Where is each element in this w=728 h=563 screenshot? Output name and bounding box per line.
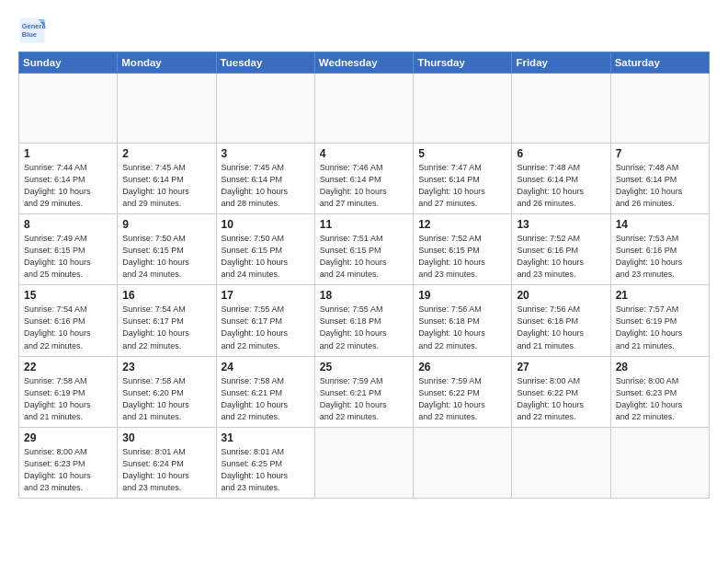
weekday-thursday: Thursday (414, 52, 512, 74)
calendar-cell: 7Sunrise: 7:48 AM Sunset: 6:14 PM Daylig… (610, 144, 709, 214)
calendar-cell: 3Sunrise: 7:45 AM Sunset: 6:14 PM Daylig… (216, 144, 314, 214)
day-number: 26 (418, 361, 506, 373)
day-number: 20 (517, 289, 605, 302)
day-info: Sunrise: 8:00 AM Sunset: 6:23 PM Dayligh… (24, 446, 112, 494)
calendar-cell: 22Sunrise: 7:58 AM Sunset: 6:19 PM Dayli… (19, 356, 118, 427)
calendar-week-4: 22Sunrise: 7:58 AM Sunset: 6:19 PM Dayli… (19, 356, 710, 427)
calendar-cell: 4Sunrise: 7:46 AM Sunset: 6:14 PM Daylig… (314, 144, 413, 214)
calendar-cell: 1Sunrise: 7:44 AM Sunset: 6:14 PM Daylig… (19, 144, 118, 214)
day-info: Sunrise: 7:45 AM Sunset: 6:14 PM Dayligh… (122, 162, 210, 210)
header: General Blue (18, 17, 710, 44)
day-number: 3 (222, 147, 310, 160)
calendar-cell: 24Sunrise: 7:58 AM Sunset: 6:21 PM Dayli… (216, 356, 314, 427)
day-info: Sunrise: 7:51 AM Sunset: 6:15 PM Dayligh… (320, 233, 408, 281)
calendar-week-1: 1Sunrise: 7:44 AM Sunset: 6:14 PM Daylig… (19, 144, 710, 214)
calendar-week-2: 8Sunrise: 7:49 AM Sunset: 6:15 PM Daylig… (19, 214, 710, 285)
calendar-cell: 19Sunrise: 7:56 AM Sunset: 6:18 PM Dayli… (414, 285, 512, 356)
calendar-week-5: 29Sunrise: 8:00 AM Sunset: 6:23 PM Dayli… (19, 427, 710, 498)
day-info: Sunrise: 7:47 AM Sunset: 6:14 PM Dayligh… (418, 162, 506, 210)
day-number: 22 (24, 361, 112, 373)
calendar-cell: 15Sunrise: 7:54 AM Sunset: 6:16 PM Dayli… (19, 285, 118, 356)
calendar-week-0 (19, 74, 710, 144)
day-info: Sunrise: 7:56 AM Sunset: 6:18 PM Dayligh… (418, 304, 506, 351)
day-number: 30 (122, 431, 210, 444)
calendar-cell (512, 427, 610, 498)
day-info: Sunrise: 7:50 AM Sunset: 6:15 PM Dayligh… (222, 233, 310, 281)
calendar-cell: 23Sunrise: 7:58 AM Sunset: 6:20 PM Dayli… (118, 356, 216, 427)
calendar-cell: 29Sunrise: 8:00 AM Sunset: 6:23 PM Dayli… (19, 427, 118, 498)
day-info: Sunrise: 8:00 AM Sunset: 6:23 PM Dayligh… (616, 375, 704, 423)
calendar-cell (216, 74, 314, 144)
day-info: Sunrise: 7:45 AM Sunset: 6:14 PM Dayligh… (222, 162, 310, 210)
calendar-cell (314, 74, 413, 144)
calendar-cell: 5Sunrise: 7:47 AM Sunset: 6:14 PM Daylig… (414, 144, 512, 214)
day-info: Sunrise: 7:54 AM Sunset: 6:17 PM Dayligh… (122, 304, 210, 351)
day-info: Sunrise: 7:57 AM Sunset: 6:19 PM Dayligh… (616, 304, 704, 351)
day-number: 13 (517, 218, 605, 231)
day-info: Sunrise: 7:49 AM Sunset: 6:15 PM Dayligh… (24, 233, 112, 281)
day-info: Sunrise: 7:59 AM Sunset: 6:21 PM Dayligh… (320, 375, 408, 423)
logo: General Blue (18, 17, 50, 44)
weekday-sunday: Sunday (19, 52, 118, 74)
calendar-week-3: 15Sunrise: 7:54 AM Sunset: 6:16 PM Dayli… (19, 285, 710, 356)
day-info: Sunrise: 8:01 AM Sunset: 6:25 PM Dayligh… (222, 446, 310, 494)
day-info: Sunrise: 7:56 AM Sunset: 6:18 PM Dayligh… (517, 304, 605, 351)
calendar-cell: 10Sunrise: 7:50 AM Sunset: 6:15 PM Dayli… (216, 214, 314, 285)
calendar-cell: 26Sunrise: 7:59 AM Sunset: 6:22 PM Dayli… (414, 356, 512, 427)
day-number: 29 (24, 431, 112, 444)
day-info: Sunrise: 7:58 AM Sunset: 6:21 PM Dayligh… (222, 375, 310, 423)
day-info: Sunrise: 7:44 AM Sunset: 6:14 PM Dayligh… (24, 162, 112, 210)
day-number: 10 (222, 218, 310, 231)
day-info: Sunrise: 7:52 AM Sunset: 6:15 PM Dayligh… (418, 233, 506, 281)
day-number: 14 (616, 218, 704, 231)
day-info: Sunrise: 8:01 AM Sunset: 6:24 PM Dayligh… (122, 446, 210, 494)
calendar-cell: 11Sunrise: 7:51 AM Sunset: 6:15 PM Dayli… (314, 214, 413, 285)
day-number: 4 (320, 147, 408, 160)
day-number: 1 (24, 147, 112, 160)
day-number: 27 (517, 361, 605, 373)
day-number: 16 (122, 289, 210, 302)
calendar-cell: 9Sunrise: 7:50 AM Sunset: 6:15 PM Daylig… (118, 214, 216, 285)
weekday-saturday: Saturday (610, 52, 709, 74)
day-info: Sunrise: 7:54 AM Sunset: 6:16 PM Dayligh… (24, 304, 112, 351)
weekday-friday: Friday (512, 52, 610, 74)
logo-icon: General Blue (18, 17, 46, 44)
calendar-cell: 2Sunrise: 7:45 AM Sunset: 6:14 PM Daylig… (118, 144, 216, 214)
calendar-cell: 16Sunrise: 7:54 AM Sunset: 6:17 PM Dayli… (118, 285, 216, 356)
day-info: Sunrise: 7:50 AM Sunset: 6:15 PM Dayligh… (122, 233, 210, 281)
calendar-cell: 17Sunrise: 7:55 AM Sunset: 6:17 PM Dayli… (216, 285, 314, 356)
calendar-cell: 20Sunrise: 7:56 AM Sunset: 6:18 PM Dayli… (512, 285, 610, 356)
day-number: 2 (122, 147, 210, 160)
day-number: 8 (24, 218, 112, 231)
day-number: 31 (222, 431, 310, 444)
day-number: 21 (616, 289, 704, 302)
day-info: Sunrise: 7:52 AM Sunset: 6:16 PM Dayligh… (517, 233, 605, 281)
day-number: 28 (616, 361, 704, 373)
day-info: Sunrise: 8:00 AM Sunset: 6:22 PM Dayligh… (517, 375, 605, 423)
calendar-cell: 18Sunrise: 7:55 AM Sunset: 6:18 PM Dayli… (314, 285, 413, 356)
day-number: 7 (616, 147, 704, 160)
calendar-cell (414, 427, 512, 498)
day-info: Sunrise: 7:59 AM Sunset: 6:22 PM Dayligh… (418, 375, 506, 423)
calendar-cell: 30Sunrise: 8:01 AM Sunset: 6:24 PM Dayli… (118, 427, 216, 498)
calendar-cell: 21Sunrise: 7:57 AM Sunset: 6:19 PM Dayli… (610, 285, 709, 356)
calendar-cell (414, 74, 512, 144)
calendar-cell: 28Sunrise: 8:00 AM Sunset: 6:23 PM Dayli… (610, 356, 709, 427)
day-info: Sunrise: 7:58 AM Sunset: 6:20 PM Dayligh… (122, 375, 210, 423)
day-info: Sunrise: 7:53 AM Sunset: 6:16 PM Dayligh… (616, 233, 704, 281)
calendar-cell: 31Sunrise: 8:01 AM Sunset: 6:25 PM Dayli… (216, 427, 314, 498)
day-number: 6 (517, 147, 605, 160)
day-number: 24 (222, 361, 310, 373)
calendar-table: SundayMondayTuesdayWednesdayThursdayFrid… (18, 52, 710, 499)
day-number: 25 (320, 361, 408, 373)
calendar-cell (512, 74, 610, 144)
day-info: Sunrise: 7:55 AM Sunset: 6:18 PM Dayligh… (320, 304, 408, 351)
calendar-cell (314, 427, 413, 498)
calendar-cell: 25Sunrise: 7:59 AM Sunset: 6:21 PM Dayli… (314, 356, 413, 427)
svg-text:Blue: Blue (22, 30, 37, 39)
weekday-tuesday: Tuesday (216, 52, 314, 74)
calendar-cell: 8Sunrise: 7:49 AM Sunset: 6:15 PM Daylig… (19, 214, 118, 285)
day-number: 12 (418, 218, 506, 231)
weekday-wednesday: Wednesday (314, 52, 413, 74)
calendar-cell: 6Sunrise: 7:48 AM Sunset: 6:14 PM Daylig… (512, 144, 610, 214)
